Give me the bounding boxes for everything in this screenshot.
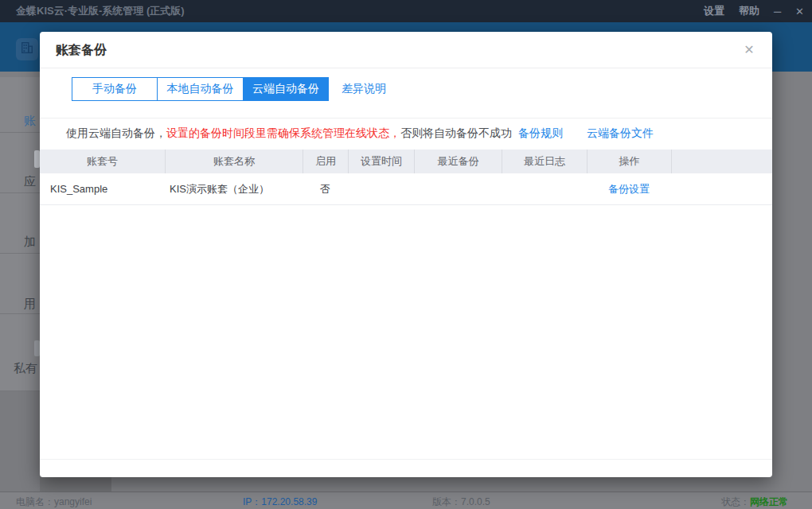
sidebar-item-encryption[interactable]: 加 bbox=[0, 193, 40, 254]
backup-rules-link[interactable]: 备份规则 bbox=[518, 126, 563, 141]
titlebar: 金蝶KIS云·专业版-系统管理 (正式版) 设置 帮助 ─ ✕ bbox=[0, 0, 812, 22]
cell-last-log bbox=[502, 173, 587, 204]
col-action: 操作 bbox=[587, 150, 671, 173]
backup-tabs: 手动备份 本地自动备份 云端自动备份 差异说明 bbox=[72, 77, 386, 101]
network-status: 状态：网络正常 bbox=[721, 495, 788, 509]
tab-local-auto-backup[interactable]: 本地自动备份 bbox=[157, 77, 244, 101]
app-icon bbox=[34, 150, 40, 168]
notice-text: 使用云端自动备份， bbox=[66, 126, 166, 141]
cloud-backup-files-link[interactable]: 云端备份文件 bbox=[587, 126, 654, 141]
col-last-backup: 最近备份 bbox=[414, 150, 502, 173]
status-value: 网络正常 bbox=[750, 496, 788, 507]
cell-set-time bbox=[348, 173, 414, 204]
sidebar-item-label: 私有 bbox=[14, 361, 37, 376]
titlebar-controls: 设置 帮助 ─ ✕ bbox=[704, 0, 804, 22]
computer-name: 电脑名：yangyifei bbox=[16, 495, 92, 509]
cell-enabled: 否 bbox=[303, 173, 348, 204]
statusbar: 电脑名：yangyifei IP：172.20.58.39 版本：7.0.0.5… bbox=[0, 492, 812, 509]
cell-account-name: KIS演示账套（企业） bbox=[165, 173, 303, 204]
col-set-time: 设置时间 bbox=[348, 150, 414, 173]
col-account-name: 账套名称 bbox=[165, 150, 303, 173]
dialog-header: 账套备份 ✕ bbox=[40, 32, 772, 68]
window-title: 金蝶KIS云·专业版-系统管理 (正式版) bbox=[16, 4, 185, 18]
cell-last-backup bbox=[414, 173, 502, 204]
dialog-title: 账套备份 bbox=[56, 32, 107, 68]
sidebar-item-private-cloud[interactable]: 私有 bbox=[0, 314, 40, 391]
sidebar-item-accounts[interactable]: 账 bbox=[0, 77, 40, 133]
cell-action: 备份设置 bbox=[587, 173, 671, 204]
sidebar-item-users[interactable]: 用 bbox=[0, 254, 40, 314]
table-header-row: 账套号 账套名称 启用 设置时间 最近备份 最近日志 操作 bbox=[40, 150, 772, 173]
col-enabled: 启用 bbox=[303, 150, 348, 173]
tab-cloud-auto-backup[interactable]: 云端自动备份 bbox=[243, 77, 329, 101]
dialog-close-icon[interactable]: ✕ bbox=[736, 32, 763, 68]
settings-menu[interactable]: 设置 bbox=[704, 4, 724, 18]
sidebar-item-label: 加 bbox=[24, 235, 36, 250]
notice-warning-text: 设置的备份时间段里需确保系统管理在线状态， bbox=[166, 126, 400, 141]
sidebar-item-label: 账 bbox=[24, 114, 36, 129]
building-icon bbox=[20, 41, 34, 58]
backup-table: 账套号 账套名称 启用 设置时间 最近备份 最近日志 操作 KIS_Sample… bbox=[40, 150, 772, 205]
sidebar-panel-edge bbox=[40, 477, 111, 492]
backup-settings-link[interactable]: 备份设置 bbox=[608, 182, 650, 196]
window-close-icon[interactable]: ✕ bbox=[795, 6, 804, 17]
cell-empty bbox=[671, 173, 772, 204]
cell-account-no: KIS_Sample bbox=[40, 173, 165, 204]
help-menu[interactable]: 帮助 bbox=[739, 4, 759, 18]
background-sidebar: 账 应 加 用 私有 bbox=[0, 77, 40, 391]
table-row: KIS_Sample KIS演示账套（企业） 否 备份设置 bbox=[40, 173, 772, 205]
tab-manual-backup[interactable]: 手动备份 bbox=[72, 77, 158, 101]
sidebar-item-apps[interactable]: 应 bbox=[0, 133, 40, 193]
col-empty bbox=[671, 150, 772, 173]
divider bbox=[40, 459, 772, 460]
version-info: 版本：7.0.0.5 bbox=[432, 495, 490, 509]
notice-text: 否则将自动备份不成功 bbox=[400, 126, 512, 141]
col-last-log: 最近日志 bbox=[502, 150, 587, 173]
col-account-no: 账套号 bbox=[40, 150, 165, 173]
ip-address: IP：172.20.58.39 bbox=[243, 495, 317, 509]
cloud-icon bbox=[34, 340, 40, 356]
backup-dialog: 账套备份 ✕ 手动备份 本地自动备份 云端自动备份 差异说明 使用云端自动备份，… bbox=[40, 32, 772, 477]
minimize-icon[interactable]: ─ bbox=[774, 6, 781, 17]
sidebar-item-label: 应 bbox=[24, 174, 36, 189]
app-window: 金蝶KIS云·专业版-系统管理 (正式版) 设置 帮助 ─ ✕ bbox=[0, 0, 812, 509]
tab-diff-explanation[interactable]: 差异说明 bbox=[342, 77, 386, 101]
cloud-backup-notice: 使用云端自动备份，设置的备份时间段里需确保系统管理在线状态，否则将自动备份不成功… bbox=[66, 118, 764, 150]
sidebar-item-label: 用 bbox=[24, 297, 36, 312]
organization-button[interactable] bbox=[16, 38, 38, 60]
